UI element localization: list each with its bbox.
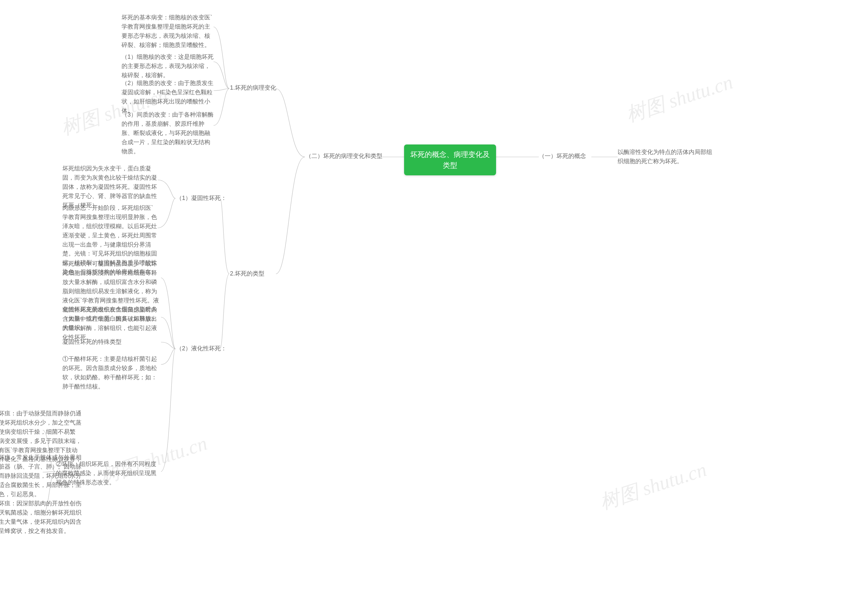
leaf-coag-a: 坏死组织因为失水变干，蛋白质凝固，而变为灰黄色比较干燥结实的凝固体，故称为凝固性… <box>62 164 158 210</box>
watermark: 树图 shutu.cn <box>597 456 710 516</box>
leaf-gangrene-gas: 气性坏疽：因深部肌肉的开放性创伤合并厌氧菌感染，细胞分解坏死组织并产生大量气体，… <box>0 499 82 536</box>
root-node[interactable]: 坏死的概念、病理变化及类型 <box>404 144 496 175</box>
leaf-pathology-interstitium: （3）间质的改变：由于各种溶解酶的作用，基质崩解、胶原纤维肿胀、断裂或液化，与坏… <box>122 110 214 156</box>
branch-types[interactable]: 2.坏死的类型 <box>230 269 264 279</box>
leaf-gangrene-wet: 湿性坏疽：常发生于肢体或与外界相通的脏器（肠、子宫、肺）。因动脉闭塞而静脉回流受… <box>0 453 82 499</box>
leaf-pathology-cytoplasm: （2）细胞质的改变：由于胞质发生凝固或溶解，HE染色呈深红色颗粒状，如肝细胞坏死… <box>122 79 214 116</box>
branch-concept[interactable]: （一）坏死的概念 <box>539 152 586 161</box>
leaf-pathology-nucleus: （1）细胞核的改变：这是细胞坏死的主要形态标志，表现为核浓缩，核碎裂，核溶解。 <box>122 53 214 80</box>
leaf-pathology-basic: 坏死的基本病变：细胞核的改变医`学教育网搜集整理是细胞坏死的主要形态学标志，表现… <box>122 13 214 50</box>
branch-coagulative[interactable]: （1）凝固性坏死： <box>176 194 227 203</box>
leaf-liq-d: ①干酪样坏死：主要是结核杆菌引起的坏死。因含脂质成分较多，质地松软，状如奶酪。称… <box>62 355 161 392</box>
leaf-concept-def: 以酶溶性变化为特点的活体内局部组织细胞的死亡称为坏死。 <box>618 148 716 166</box>
watermark: 树图 shutu.cn <box>623 69 736 128</box>
leaf-liq-b: 凝固性坏死的组织发生细菌感染时内含大量中性粒细胞，因其破坏释放出大量水解酶，溶解… <box>62 305 161 342</box>
leaf-liq-c: 凝固性坏死的特殊类型 <box>62 337 161 347</box>
branch-liquefactive[interactable]: （2）液化性坏死： <box>176 344 227 353</box>
branch-pathology-types[interactable]: （二）坏死的病理变化和类型 <box>305 152 382 161</box>
branch-pathology[interactable]: 1.坏死的病理变化 <box>230 84 276 92</box>
